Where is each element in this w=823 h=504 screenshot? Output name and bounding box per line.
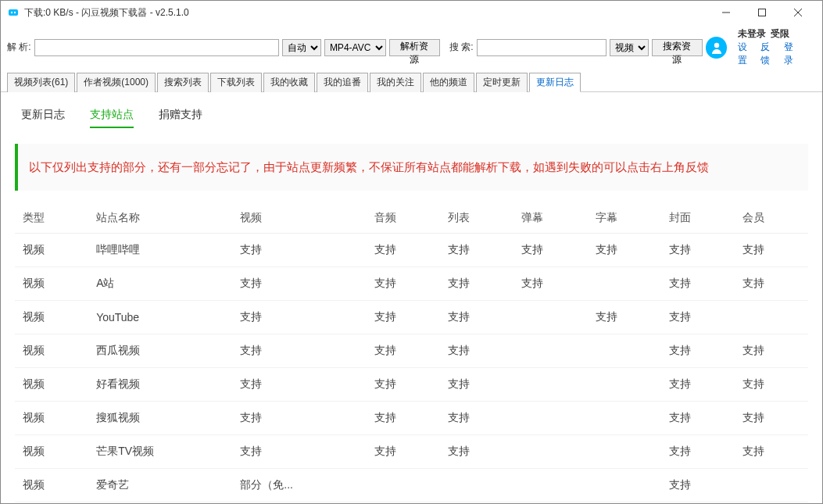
parse-input[interactable] bbox=[34, 39, 279, 56]
tab-search-list[interactable]: 搜索列表 bbox=[157, 73, 209, 92]
parse-label: 解 析: bbox=[7, 41, 31, 54]
table-cell bbox=[367, 469, 440, 502]
table-cell: 支持 bbox=[440, 402, 513, 435]
svg-rect-4 bbox=[759, 9, 766, 16]
search-label: 搜 索: bbox=[449, 41, 474, 54]
th-site: 站点名称 bbox=[88, 203, 232, 234]
table-cell: 支持 bbox=[367, 334, 440, 368]
table-cell: 支持 bbox=[735, 435, 808, 469]
table-cell bbox=[588, 267, 661, 301]
table-cell: 部分（免... bbox=[232, 469, 367, 502]
tab-scheduled[interactable]: 定时更新 bbox=[476, 73, 528, 92]
tab-changelog[interactable]: 更新日志 bbox=[529, 73, 581, 92]
content-area: 更新日志 支持站点 捐赠支持 以下仅列出支持的部分，还有一部分忘记了，由于站点更… bbox=[1, 92, 822, 504]
notice-banner: 以下仅列出支持的部分，还有一部分忘记了，由于站点更新频繁，不保证所有站点都能解析… bbox=[15, 144, 808, 191]
tab-video-list[interactable]: 视频列表(61) bbox=[7, 73, 75, 92]
table-cell: 支持 bbox=[367, 267, 440, 301]
table-cell: 支持 bbox=[232, 368, 367, 402]
tab-bangumi[interactable]: 我的追番 bbox=[317, 73, 368, 92]
table-cell: 支持 bbox=[440, 368, 513, 402]
login-link[interactable]: 登录 bbox=[784, 41, 802, 67]
format-select[interactable]: MP4-AVC bbox=[324, 39, 386, 56]
table-cell: 支持 bbox=[232, 435, 367, 469]
inner-tabs: 更新日志 支持站点 捐赠支持 bbox=[7, 98, 816, 138]
table-cell: 支持 bbox=[661, 435, 735, 469]
table-cell: 支持 bbox=[661, 368, 735, 402]
app-icon bbox=[7, 6, 20, 19]
table-cell: 芒果TV视频 bbox=[88, 435, 232, 469]
tab-author-videos[interactable]: 作者视频(1000) bbox=[77, 73, 156, 92]
table-cell bbox=[440, 469, 513, 502]
table-cell: 支持 bbox=[735, 334, 808, 368]
table-row: 视频好看视频支持支持支持支持支持 bbox=[15, 368, 808, 402]
table-cell: 支持 bbox=[661, 267, 735, 301]
maximize-button[interactable] bbox=[744, 1, 780, 24]
table-cell: 支持 bbox=[232, 402, 367, 435]
search-input[interactable] bbox=[477, 39, 607, 56]
table-cell: 视频 bbox=[15, 334, 88, 368]
table-cell bbox=[513, 368, 587, 402]
auto-select[interactable]: 自动 bbox=[282, 39, 321, 56]
th-vip: 会员 bbox=[735, 203, 808, 234]
svg-point-2 bbox=[14, 12, 16, 13]
table-cell: 支持 bbox=[661, 402, 735, 435]
table-cell: 支持 bbox=[367, 435, 440, 469]
table-cell bbox=[588, 469, 661, 502]
th-danmu: 弹幕 bbox=[513, 203, 587, 234]
svg-point-1 bbox=[11, 12, 13, 13]
parse-button[interactable]: 解析资源 bbox=[389, 39, 440, 56]
table-cell: 搜狐视频 bbox=[88, 402, 232, 435]
table-cell bbox=[513, 435, 587, 469]
table-cell: 支持 bbox=[735, 402, 808, 435]
table-cell bbox=[735, 469, 808, 502]
titlebar: 下载:0 KB/s - 闪豆视频下载器 - v2.5.1.0 bbox=[1, 1, 822, 24]
table-cell bbox=[588, 402, 661, 435]
tab-favorites[interactable]: 我的收藏 bbox=[263, 73, 315, 92]
table-cell: 支持 bbox=[661, 469, 735, 502]
avatar-icon[interactable] bbox=[706, 37, 727, 59]
table-cell: 支持 bbox=[735, 234, 808, 267]
account-area: 未登录 受限 设置 反馈 登录 bbox=[706, 27, 816, 67]
search-type-select[interactable]: 视频 bbox=[610, 39, 649, 56]
table-cell: 支持 bbox=[232, 334, 367, 368]
table-cell: 爱奇艺 bbox=[88, 469, 232, 502]
th-video: 视频 bbox=[232, 203, 367, 234]
close-button[interactable] bbox=[780, 1, 816, 24]
table-cell: 视频 bbox=[15, 234, 88, 267]
search-button[interactable]: 搜索资源 bbox=[652, 39, 703, 56]
table-cell: A站 bbox=[88, 267, 232, 301]
table-cell: 支持 bbox=[661, 234, 735, 267]
table-cell: 支持 bbox=[513, 234, 587, 267]
table-cell: 支持 bbox=[367, 402, 440, 435]
table-row: 视频A站支持支持支持支持支持支持 bbox=[15, 267, 808, 301]
table-cell: 支持 bbox=[440, 435, 513, 469]
svg-point-7 bbox=[714, 42, 718, 47]
table-cell bbox=[513, 301, 587, 334]
table-cell: 好看视频 bbox=[88, 368, 232, 402]
inner-tab-donate[interactable]: 捐赠支持 bbox=[159, 108, 202, 128]
table-cell: 支持 bbox=[661, 334, 735, 368]
table-cell bbox=[513, 469, 587, 502]
table-cell: 支持 bbox=[588, 234, 661, 267]
settings-link[interactable]: 设置 bbox=[738, 41, 756, 67]
table-cell: 支持 bbox=[661, 301, 735, 334]
tab-following[interactable]: 我的关注 bbox=[370, 73, 421, 92]
table-cell: 支持 bbox=[513, 267, 587, 301]
table-cell bbox=[513, 334, 587, 368]
support-table: 类型 站点名称 视频 音频 列表 弹幕 字幕 封面 会员 视频哔哩哔哩支持支持支… bbox=[15, 203, 808, 504]
tab-his-channel[interactable]: 他的频道 bbox=[423, 73, 474, 92]
table-cell bbox=[513, 402, 587, 435]
table-cell bbox=[588, 334, 661, 368]
table-cell: 支持 bbox=[367, 234, 440, 267]
table-cell: 视频 bbox=[15, 469, 88, 502]
tab-download-list[interactable]: 下载列表 bbox=[210, 73, 262, 92]
table-cell: 支持 bbox=[588, 301, 661, 334]
feedback-link[interactable]: 反馈 bbox=[760, 41, 778, 67]
svg-rect-0 bbox=[9, 9, 18, 16]
table-cell: 视频 bbox=[15, 267, 88, 301]
inner-tab-changelog[interactable]: 更新日志 bbox=[21, 108, 65, 128]
table-cell: 支持 bbox=[440, 301, 513, 334]
inner-tab-sites[interactable]: 支持站点 bbox=[90, 108, 134, 128]
th-type: 类型 bbox=[15, 203, 88, 234]
minimize-button[interactable] bbox=[708, 1, 744, 24]
